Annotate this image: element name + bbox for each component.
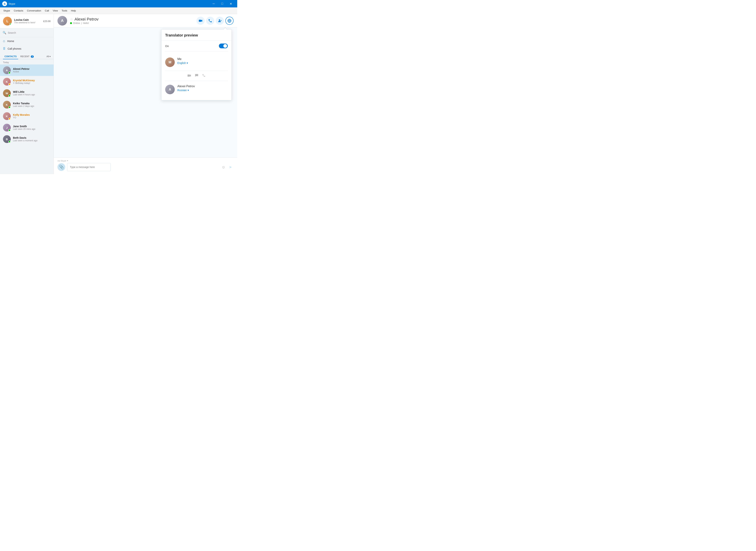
contact-item-keiko[interactable]: K Keiko Tanaka Last seen 2 days ago <box>0 99 53 110</box>
chevron-down-icon: ▾ <box>187 61 188 64</box>
menu-conversation[interactable]: Conversation <box>25 9 43 13</box>
main-content: A ☆ Alexei Petrov Online | Hello! <box>54 14 237 174</box>
chat-footer: via Skype ▾ 📎 ☺ ➤ <box>54 157 237 174</box>
contact-name-alexei: Alexei Petrov <box>13 67 51 70</box>
birthday-icon: ⠿ <box>13 82 15 84</box>
translator-panel-body: On M Me English <box>162 41 232 100</box>
message-input[interactable] <box>67 163 111 171</box>
chat-mood-text: Hello! <box>83 22 89 24</box>
alexei-status-dot <box>8 72 11 74</box>
contact-sub-krystal: ⠿ Birthday today! <box>13 82 51 84</box>
will-status-dot <box>8 95 11 97</box>
chat-status-separator: | <box>81 22 82 24</box>
profile-credit: £23.00 <box>43 20 51 23</box>
contact-info-jane: Jane Smith Last seen 20 mins ago <box>13 125 51 130</box>
translator-divider <box>165 71 228 71</box>
tab-all[interactable]: All ▾ <box>46 55 51 58</box>
contact-info-krystal: Krystal McKinney ⠿ Birthday today! <box>13 79 51 84</box>
profile-info: Louisa Cain The weekend is here! <box>14 18 41 24</box>
contact-avatar-alexei: A <box>3 66 11 74</box>
contact-item-jane[interactable]: J Jane Smith Last seen 20 mins ago <box>0 122 53 133</box>
menu-skype[interactable]: Skype <box>1 9 12 13</box>
search-area[interactable]: 🔍 Search <box>0 28 53 37</box>
contact-sub-keiko: Last seen 2 days ago <box>13 105 51 107</box>
profile-status: The weekend is here! <box>14 21 41 24</box>
contact-avatar-will: W <box>3 89 11 97</box>
chat-name-row: ☆ Alexei Petrov <box>70 17 194 22</box>
title-bar: S Skype ─ □ ✕ <box>0 0 237 7</box>
toggle-knob <box>223 44 227 48</box>
chat-status-text: Online <box>73 22 80 24</box>
minimize-button[interactable]: ─ <box>209 0 218 7</box>
menu-tools[interactable]: Tools <box>60 9 69 13</box>
menu-call[interactable]: Call <box>43 9 51 13</box>
close-button[interactable]: ✕ <box>227 0 235 7</box>
translator-toggle[interactable] <box>219 43 228 48</box>
chat-status-row: Online | Hello! <box>70 22 194 24</box>
nav-call-phones-label: Call phones <box>8 47 21 50</box>
nav-call-phones[interactable]: ⠿ Call phones <box>0 45 53 53</box>
contact-avatar-kelly: K <box>3 112 11 120</box>
contact-item-kelly[interactable]: K Kelly Morales YO <box>0 110 53 122</box>
star-icon[interactable]: ☆ <box>70 17 73 21</box>
translator-contact-row: A Alexei Petrov Russian ▾ <box>165 82 228 97</box>
skype-logo-icon: S <box>2 1 7 6</box>
contact-sub-alexei: Active <box>13 70 51 73</box>
contact-name-kelly: Kelly Morales <box>13 113 51 116</box>
translator-button[interactable] <box>225 17 234 25</box>
translator-contact-name: Alexei Petrov <box>177 85 228 88</box>
contact-item-alexei[interactable]: A Alexei Petrov Active <box>0 64 53 76</box>
contact-sub-jane: Last seen 20 mins ago <box>13 128 51 130</box>
menu-contacts[interactable]: Contacts <box>12 9 25 13</box>
menu-view[interactable]: View <box>51 9 60 13</box>
toggle-label: On <box>165 44 169 48</box>
tab-recent[interactable]: RECENT 2 <box>19 54 35 59</box>
kelly-status-dot <box>8 118 11 120</box>
search-box[interactable]: 🔍 Search <box>3 30 51 35</box>
chevron-down-icon: ▾ <box>188 89 189 92</box>
contact-name-keiko: Keiko Tanaka <box>13 102 51 105</box>
profile-name: Louisa Cain <box>14 18 41 21</box>
attach-button[interactable]: 📎 <box>57 163 65 171</box>
chat-body: Translator preview On M <box>54 27 237 157</box>
maximize-button[interactable]: □ <box>218 0 227 7</box>
contact-avatar-beth: B <box>3 135 11 143</box>
translator-chat-icon <box>195 74 199 78</box>
contact-item-beth[interactable]: B Beth Davis Last seen a moment ago <box>0 133 53 145</box>
message-row: 📎 ☺ ➤ <box>57 163 234 171</box>
contact-info-alexei: Alexei Petrov Active <box>13 67 51 73</box>
via-skype-label: via Skype ▾ <box>57 159 234 162</box>
contact-avatar-jane: J <box>3 124 11 131</box>
translator-title: Translator preview <box>165 33 228 37</box>
video-call-button[interactable] <box>197 17 205 25</box>
translator-divider2 <box>165 81 228 81</box>
contact-sub-will: Last seen 4 hours ago <box>13 93 51 96</box>
add-contact-button[interactable] <box>216 17 224 25</box>
audio-call-button[interactable] <box>206 17 214 25</box>
contact-info-beth: Beth Davis Last seen a moment ago <box>13 136 51 142</box>
nav-home[interactable]: ⌂ Home <box>0 37 53 45</box>
translator-toggle-row: On <box>165 43 228 51</box>
via-skype-dropdown-icon[interactable]: ▾ <box>67 159 68 162</box>
translator-panel: Translator preview On M <box>161 29 232 100</box>
translator-me-language[interactable]: English ▾ <box>177 61 228 64</box>
contact-avatar-keiko: K <box>3 101 11 108</box>
tab-contacts[interactable]: CONTACTS <box>3 54 18 59</box>
contact-sub-beth: Last seen a moment ago <box>13 139 51 142</box>
chat-contact-name: Alexei Petrov <box>74 17 98 22</box>
krystal-status-dot <box>8 83 11 85</box>
contact-item-will[interactable]: W Will Little Last seen 4 hours ago <box>0 87 53 99</box>
translator-contact-language[interactable]: Russian ▾ <box>177 89 228 92</box>
app-title: Skype <box>9 2 15 5</box>
profile-area: L Louisa Cain The weekend is here! £23.0… <box>0 14 53 28</box>
jane-status-dot <box>8 129 11 131</box>
contact-name-jane: Jane Smith <box>13 125 51 128</box>
emoji-button[interactable]: ☺ <box>222 165 225 169</box>
menu-help[interactable]: Help <box>69 9 78 13</box>
nav-home-label: Home <box>7 40 14 43</box>
contact-item-krystal[interactable]: K Krystal McKinney ⠿ Birthday today! <box>0 76 53 87</box>
translator-contact-info: Alexei Petrov Russian ▾ <box>177 85 228 92</box>
chat-contact-avatar: A <box>57 16 67 26</box>
send-button[interactable]: ➤ <box>229 165 232 169</box>
beth-status-dot <box>8 140 11 143</box>
